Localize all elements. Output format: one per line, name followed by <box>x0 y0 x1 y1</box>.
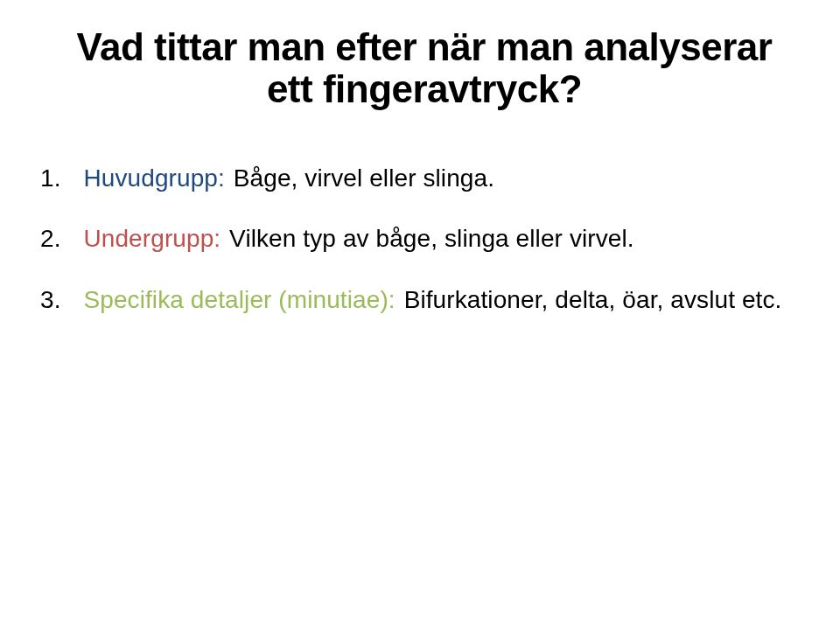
item-label: Huvudgrupp: <box>83 164 224 192</box>
item-number: 3. <box>40 286 61 313</box>
list-item: 3. Specifika detaljer (minutiae): Bifurk… <box>40 285 808 315</box>
title-line-1: Vad tittar man efter när man analyserar <box>40 26 808 68</box>
slide-title: Vad tittar man efter när man analyserar … <box>40 26 808 111</box>
list-item: 1. Huvudgrupp: Båge, virvel eller slinga… <box>40 164 808 193</box>
item-desc: Bifurkationer, delta, öar, avslut etc. <box>404 286 782 313</box>
item-label: Undergrupp: <box>83 225 220 252</box>
item-desc: Båge, virvel eller slinga. <box>234 164 494 192</box>
item-number: 1. <box>40 164 61 192</box>
title-line-2: ett fingeravtryck? <box>40 68 808 110</box>
item-desc: Vilken typ av båge, slinga eller virvel. <box>229 225 634 252</box>
slide-body: 1. Huvudgrupp: Båge, virvel eller slinga… <box>40 164 808 315</box>
list-item: 2. Undergrupp: Vilken typ av båge, sling… <box>40 224 808 254</box>
item-label: Specifika detaljer (minutiae): <box>83 286 395 313</box>
slide: Vad tittar man efter när man analyserar … <box>0 0 840 622</box>
item-number: 2. <box>40 225 61 252</box>
